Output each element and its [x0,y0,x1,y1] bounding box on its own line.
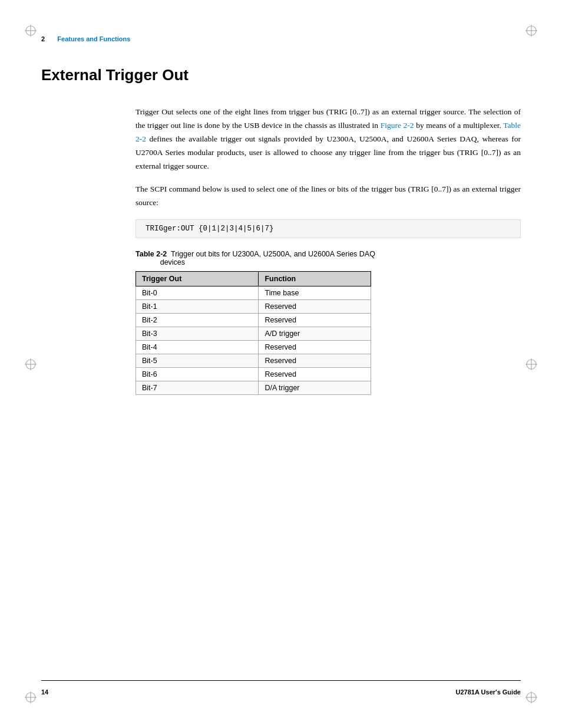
function-cell: A/D trigger [259,327,371,340]
trigger-out-table: Trigger Out Function Bit-0Time baseBit-1… [135,271,371,395]
trigger-out-cell: Bit-1 [136,299,259,313]
table-caption-text: Trigger out bits for U2300A, U2500A, and… [135,250,375,266]
table-row: Bit-6Reserved [136,367,371,381]
breadcrumb: 2 Features and Functions [41,35,521,42]
function-cell: Reserved [259,367,371,381]
code-block: TRIGger:OUT {0|1|2|3|4|5|6|7} [135,219,521,238]
footer-page-number: 14 [41,689,48,696]
trigger-out-cell: Bit-3 [136,327,259,340]
footer: 14 U2781A User's Guide [41,689,521,696]
corner-mark-bl [24,690,38,704]
trigger-out-cell: Bit-7 [136,381,259,394]
function-cell: D/A trigger [259,381,371,394]
corner-mark-br [524,690,538,704]
corner-mark-ml [24,357,38,371]
footer-guide-title: U2781A User's Guide [456,689,521,696]
content-area: Trigger Out selects one of the eight lin… [135,106,521,395]
paragraph-1: Trigger Out selects one of the eight lin… [135,106,521,173]
table-row: Bit-3A/D trigger [136,327,371,340]
table-row: Bit-5Reserved [136,354,371,367]
trigger-out-cell: Bit-6 [136,367,259,381]
table-row: Bit-1Reserved [136,299,371,313]
trigger-out-cell: Bit-5 [136,354,259,367]
function-cell: Reserved [259,340,371,354]
chapter-title: Features and Functions [57,35,130,42]
corner-mark-tl [24,24,38,38]
trigger-out-cell: Bit-4 [136,340,259,354]
col-header-function: Function [259,271,371,286]
table-caption: Table 2-2 Trigger out bits for U2300A, U… [135,250,521,266]
breadcrumb-separator [48,35,54,42]
function-cell: Reserved [259,299,371,313]
page: 2 Features and Functions External Trigge… [0,0,562,728]
footer-line [41,680,521,681]
col-header-trigger-out: Trigger Out [136,271,259,286]
corner-mark-tr [524,24,538,38]
corner-mark-mr [524,357,538,371]
table-row: Bit-2Reserved [136,313,371,327]
paragraph-2: The SCPI command below is used to select… [135,183,521,210]
table-row: Bit-7D/A trigger [136,381,371,394]
table-2-2-link[interactable]: Table 2-2 [135,121,521,143]
figure-2-2-link[interactable]: Figure 2-2 [381,121,414,130]
table-caption-bold: Table 2-2 [135,250,167,258]
table-row: Bit-0Time base [136,286,371,299]
trigger-out-cell: Bit-0 [136,286,259,299]
function-cell: Reserved [259,313,371,327]
function-cell: Reserved [259,354,371,367]
section-title: External Trigger Out [41,66,521,84]
function-cell: Time base [259,286,371,299]
chapter-number: 2 [41,35,45,42]
code-text: TRIGger:OUT {0|1|2|3|4|5|6|7} [146,225,274,233]
trigger-out-cell: Bit-2 [136,313,259,327]
table-row: Bit-4Reserved [136,340,371,354]
